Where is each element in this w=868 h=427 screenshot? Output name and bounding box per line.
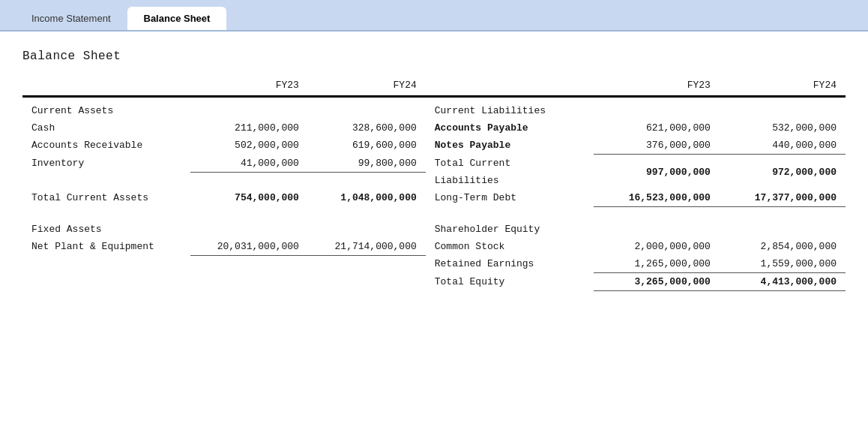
total-current-liab-fy23: 997,000,000 bbox=[594, 155, 720, 190]
empty-left bbox=[22, 172, 190, 189]
current-assets-label: Current Assets bbox=[22, 97, 190, 120]
header-left-label bbox=[22, 77, 190, 97]
long-term-debt-fy23: 16,523,000,000 bbox=[594, 189, 720, 207]
section-header-row-1: Current Assets Current Liabilities bbox=[22, 97, 846, 120]
net-plant-fy24: 21,714,000,000 bbox=[308, 238, 426, 256]
fixed-assets-label: Fixed Assets bbox=[22, 216, 190, 238]
notes-payable-fy24: 440,000,000 bbox=[720, 137, 846, 155]
header-mid-label bbox=[426, 77, 594, 97]
cash-fy24: 328,600,000 bbox=[308, 119, 426, 137]
retained-earnings-fy23: 1,265,000,000 bbox=[594, 255, 720, 273]
total-current-assets-fy23: 754,000,000 bbox=[190, 189, 308, 207]
accounts-receivable-fy23: 502,000,000 bbox=[190, 137, 308, 155]
row-empty-re: Retained Earnings 1,265,000,000 1,559,00… bbox=[22, 255, 846, 273]
tab-bar: Income Statement Balance Sheet bbox=[0, 0, 868, 32]
content-area: Balance Sheet FY23 FY24 FY23 FY24 Curren… bbox=[0, 32, 868, 309]
tab-income-label: Income Statement bbox=[31, 13, 111, 24]
row-cash-ap: Cash 211,000,000 328,600,000 Accounts Pa… bbox=[22, 119, 846, 137]
total-current-liab-label-2: Liabilities bbox=[426, 172, 594, 189]
total-current-assets-fy24: 1,048,000,000 bbox=[308, 189, 426, 207]
header-fy23-left: FY23 bbox=[190, 77, 308, 97]
current-liabilities-label: Current Liabilities bbox=[426, 97, 594, 120]
section-header-row-2: Fixed Assets Shareholder Equity bbox=[22, 216, 846, 238]
accounts-payable-label: Accounts Payable bbox=[426, 119, 594, 137]
row-inventory-tcl1: Inventory 41,000,000 99,800,000 Total Cu… bbox=[22, 155, 846, 173]
total-current-liab-label-1: Total Current bbox=[426, 155, 594, 173]
accounts-receivable-fy24: 619,600,000 bbox=[308, 137, 426, 155]
cash-fy23: 211,000,000 bbox=[190, 119, 308, 137]
cash-label: Cash bbox=[22, 119, 190, 137]
tab-income-statement[interactable]: Income Statement bbox=[15, 7, 127, 30]
row-ar-np: Accounts Receivable 502,000,000 619,600,… bbox=[22, 137, 846, 155]
total-current-liab-fy24: 972,000,000 bbox=[720, 155, 846, 190]
total-equity-fy24: 4,413,000,000 bbox=[720, 273, 846, 291]
row-npe-cs: Net Plant & Equipment 20,031,000,000 21,… bbox=[22, 238, 846, 256]
empty-1 bbox=[190, 97, 308, 120]
empty-left2 bbox=[190, 172, 308, 189]
inventory-label: Inventory bbox=[22, 155, 190, 173]
net-plant-label: Net Plant & Equipment bbox=[22, 238, 190, 256]
total-current-assets-label: Total Current Assets bbox=[22, 189, 190, 207]
retained-earnings-label: Retained Earnings bbox=[426, 255, 594, 273]
spacer-row-1 bbox=[22, 207, 846, 216]
total-equity-label: Total Equity bbox=[426, 273, 594, 291]
tab-balance-label: Balance Sheet bbox=[144, 13, 211, 24]
empty-2 bbox=[308, 97, 426, 120]
accounts-receivable-label: Accounts Receivable bbox=[22, 137, 190, 155]
tab-balance-sheet[interactable]: Balance Sheet bbox=[127, 7, 227, 30]
empty-3 bbox=[594, 97, 720, 120]
notes-payable-fy23: 376,000,000 bbox=[594, 137, 720, 155]
common-stock-fy23: 2,000,000,000 bbox=[594, 238, 720, 256]
row-tca-ltd: Total Current Assets 754,000,000 1,048,0… bbox=[22, 189, 846, 207]
total-equity-fy23: 3,265,000,000 bbox=[594, 273, 720, 291]
empty-left3 bbox=[308, 172, 426, 189]
long-term-debt-fy24: 17,377,000,000 bbox=[720, 189, 846, 207]
accounts-payable-fy23: 621,000,000 bbox=[594, 119, 720, 137]
header-fy23-right: FY23 bbox=[594, 77, 720, 97]
inventory-fy24: 99,800,000 bbox=[308, 155, 426, 173]
net-plant-fy23: 20,031,000,000 bbox=[190, 238, 308, 256]
retained-earnings-fy24: 1,559,000,000 bbox=[720, 255, 846, 273]
accounts-payable-fy24: 532,000,000 bbox=[720, 119, 846, 137]
header-fy24-left: FY24 bbox=[308, 77, 426, 97]
page-title: Balance Sheet bbox=[22, 50, 846, 63]
inventory-fy23: 41,000,000 bbox=[190, 155, 308, 173]
balance-sheet-table: FY23 FY24 FY23 FY24 Current Assets Curre… bbox=[22, 77, 846, 291]
common-stock-label: Common Stock bbox=[426, 238, 594, 256]
row-empty-te: Total Equity 3,265,000,000 4,413,000,000 bbox=[22, 273, 846, 291]
shareholder-equity-label: Shareholder Equity bbox=[426, 216, 594, 238]
long-term-debt-label: Long-Term Debt bbox=[426, 189, 594, 207]
empty-4 bbox=[720, 97, 846, 120]
notes-payable-label: Notes Payable bbox=[426, 137, 594, 155]
header-fy24-right: FY24 bbox=[720, 77, 846, 97]
common-stock-fy24: 2,854,000,000 bbox=[720, 238, 846, 256]
